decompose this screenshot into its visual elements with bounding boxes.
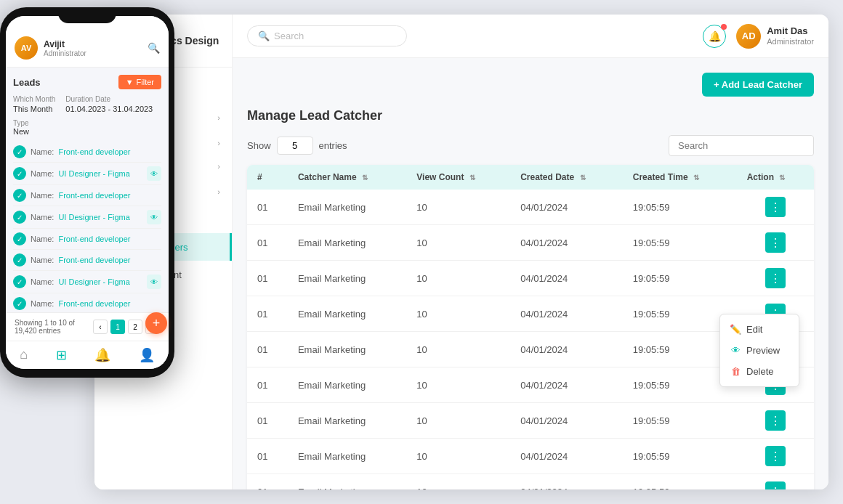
phone-page-1[interactable]: 1 bbox=[110, 320, 125, 334]
phone-avatar: AV bbox=[15, 36, 38, 60]
type-block: Type New bbox=[13, 119, 161, 136]
cell-name: Email Marketing bbox=[288, 439, 406, 474]
sort-icon: ⇅ bbox=[779, 174, 785, 182]
lead-eye-button[interactable]: 👁 bbox=[147, 210, 161, 224]
cell-date: 04/01/2024 bbox=[510, 296, 623, 332]
notification-dot bbox=[721, 24, 727, 30]
chevron-right-icon: › bbox=[217, 187, 220, 196]
which-month-label: Which Month bbox=[13, 95, 55, 103]
user-role: Administrator bbox=[767, 37, 814, 46]
col-header-name: Catcher Name ⇅ bbox=[288, 165, 406, 190]
notification-button[interactable]: 🔔 bbox=[703, 25, 726, 48]
context-menu-delete[interactable]: 🗑 Delete bbox=[720, 361, 799, 382]
cell-time: 19:05:59 bbox=[623, 261, 737, 296]
table-header-row: # Catcher Name ⇅ View Count ⇅ Created Da… bbox=[247, 165, 814, 190]
cell-view-count: 10 bbox=[406, 225, 510, 261]
cell-num: 01 bbox=[247, 474, 288, 490]
phone-notch bbox=[58, 7, 116, 23]
phone-filter-button[interactable]: ▼ Filter bbox=[118, 75, 161, 89]
action-button[interactable]: ⋮ bbox=[765, 197, 786, 217]
cell-action: ⋮ bbox=[737, 403, 814, 439]
header-search-box[interactable]: 🔍 Search bbox=[247, 25, 407, 46]
context-menu-preview[interactable]: 👁 Preview bbox=[720, 340, 799, 361]
phone-lead-item: ✓ Name: UI Designer - Figma 👁 bbox=[13, 271, 161, 293]
cell-view-count: 10 bbox=[406, 439, 510, 474]
entries-input[interactable] bbox=[277, 137, 313, 155]
phone-prev-btn[interactable]: ‹ bbox=[93, 320, 108, 334]
which-month-block: Which Month This Month bbox=[13, 95, 55, 113]
cell-name: Email Marketing bbox=[288, 332, 406, 367]
show-entries: Show entries bbox=[247, 137, 347, 155]
cell-action: ⋮ bbox=[737, 439, 814, 474]
phone-lead-item: ✓ Name: Front-end developer bbox=[13, 142, 161, 163]
cell-num: 01 bbox=[247, 225, 288, 261]
lead-name-value: UI Designer - Figma bbox=[58, 277, 129, 286]
phone-search-icon[interactable]: 🔍 bbox=[148, 42, 160, 54]
col-header-action: Action ⇅ bbox=[737, 165, 814, 190]
user-name: Amit Das bbox=[767, 25, 814, 37]
entries-label: entries bbox=[319, 140, 347, 151]
lead-check-icon: ✓ bbox=[13, 145, 26, 158]
table-row: 01 Email Marketing 10 04/01/2024 19:05:5… bbox=[247, 439, 814, 474]
lead-name-label: Name: bbox=[31, 191, 54, 200]
lead-eye-button[interactable]: 👁 bbox=[147, 275, 161, 289]
context-menu-edit[interactable]: ✏️ Edit bbox=[720, 319, 799, 340]
col-header-date: Created Date ⇅ bbox=[510, 165, 623, 190]
phone-pagination: Showing 1 to 10 of 19,420 entries ‹ 1 2 … bbox=[15, 319, 160, 335]
cell-num: 01 bbox=[247, 296, 288, 332]
cell-name: Email Marketing bbox=[288, 261, 406, 296]
action-button[interactable]: ⋮ bbox=[765, 232, 786, 253]
lead-name-label: Name: bbox=[31, 256, 54, 264]
action-button[interactable]: ⋮ bbox=[765, 268, 786, 288]
phone-nav-home[interactable]: ⌂ bbox=[20, 347, 28, 363]
duration-label: Duration Date bbox=[65, 95, 153, 103]
cell-name: Email Marketing bbox=[288, 367, 406, 403]
page-top-bar: + Add Lead Catcher bbox=[247, 73, 814, 97]
page-content: + Add Lead Catcher Manage Lead Catcher S… bbox=[233, 58, 828, 489]
action-button[interactable]: ⋮ bbox=[765, 446, 786, 466]
cell-name: Email Marketing bbox=[288, 296, 406, 332]
phone-lead-item: ✓ Name: Front-end developer bbox=[13, 185, 161, 206]
action-button[interactable]: ⋮ bbox=[765, 410, 786, 431]
phone-nav-profile[interactable]: 👤 bbox=[139, 347, 155, 363]
cell-name: Email Marketing bbox=[288, 225, 406, 261]
cell-num: 01 bbox=[247, 367, 288, 403]
user-info: AD Amit Das Administrator bbox=[736, 24, 814, 49]
lead-name-value: UI Designer - Figma bbox=[58, 169, 129, 178]
cell-view-count: 10 bbox=[406, 261, 510, 296]
lead-check-icon: ✓ bbox=[13, 275, 26, 288]
cell-name: Email Marketing bbox=[288, 403, 406, 439]
phone-nav-grid[interactable]: ⊞ bbox=[56, 347, 67, 363]
cell-num: 01 bbox=[247, 403, 288, 439]
col-header-num: # bbox=[247, 165, 288, 190]
table-row: 01 Email Marketing 10 04/01/2024 19:05:5… bbox=[247, 190, 814, 225]
lead-check-icon: ✓ bbox=[13, 189, 26, 202]
lead-eye-button[interactable]: 👁 bbox=[147, 166, 161, 181]
lead-check-icon: ✓ bbox=[13, 297, 26, 310]
type-value: New bbox=[13, 127, 161, 136]
action-button[interactable]: ⋮ bbox=[765, 481, 786, 489]
phone-meta: Which Month This Month Duration Date 01.… bbox=[13, 95, 161, 113]
page-title: Manage Lead Catcher bbox=[247, 108, 814, 123]
bell-icon: 🔔 bbox=[94, 347, 110, 363]
phone-showing-text: Showing 1 to 10 of 19,420 entries bbox=[15, 319, 93, 335]
duration-value: 01.04.2023 - 31.04.2023 bbox=[65, 105, 153, 113]
cell-date: 04/01/2024 bbox=[510, 261, 623, 296]
phone-page-2[interactable]: 2 bbox=[128, 320, 142, 334]
phone-fab-button[interactable]: + bbox=[145, 312, 167, 334]
table-row: 01 Email Marketing 10 04/01/2024 19:05:5… bbox=[247, 474, 814, 490]
col-header-view: View Count ⇅ bbox=[406, 165, 510, 190]
user-text: Amit Das Administrator bbox=[767, 25, 814, 46]
add-lead-catcher-button[interactable]: + Add Lead Catcher bbox=[702, 73, 814, 97]
table-search-input[interactable] bbox=[669, 135, 814, 156]
lead-name-value: UI Designer - Figma bbox=[58, 213, 129, 221]
cell-name: Email Marketing bbox=[288, 190, 406, 225]
phone-footer: Showing 1 to 10 of 19,420 entries ‹ 1 2 … bbox=[6, 312, 169, 341]
table-row: 01 Email Marketing 10 04/01/2024 19:05:5… bbox=[247, 403, 814, 439]
lead-name-label: Name: bbox=[31, 169, 54, 178]
lead-check-icon: ✓ bbox=[13, 211, 26, 224]
context-preview-label: Preview bbox=[746, 345, 780, 356]
phone-nav-notif[interactable]: 🔔 bbox=[94, 347, 110, 363]
phone-overlay: AV Avijit Administrator 🔍 Leads ▼ Filter bbox=[0, 7, 189, 487]
cell-view-count: 10 bbox=[406, 403, 510, 439]
